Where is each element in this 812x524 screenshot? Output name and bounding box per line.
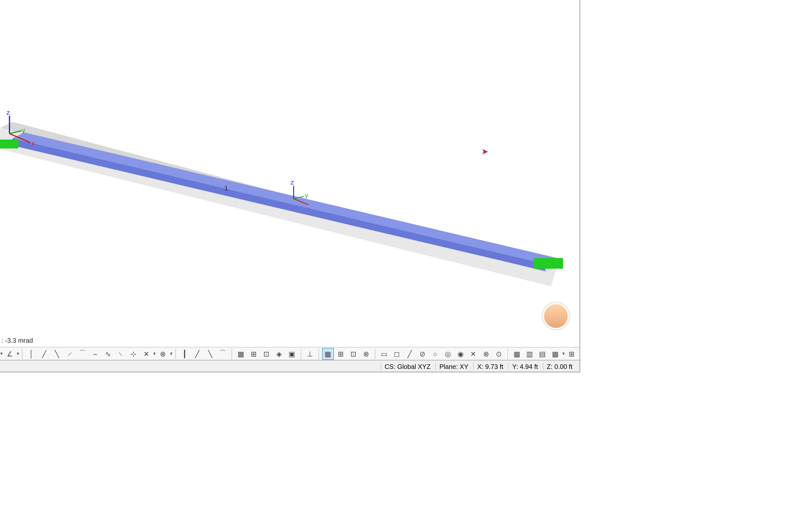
guide1-icon[interactable]: ┃ xyxy=(179,348,190,360)
layout1-icon[interactable]: ▦ xyxy=(511,348,523,360)
draw5-icon[interactable]: ╲ xyxy=(51,348,63,360)
beam-label: 1 xyxy=(224,184,228,192)
mouse-cursor-icon: ➤ xyxy=(481,147,489,156)
plane1-icon[interactable]: ⊥ xyxy=(304,348,316,360)
draw10-icon[interactable]: ⟍ xyxy=(115,348,126,360)
status-y: Y: 4.94 ft xyxy=(508,362,541,370)
statusbar: CS: Global XYZ Plane: XY X: 9.73 ft Y: 4… xyxy=(0,360,579,372)
status-x: X: 9.73 ft xyxy=(473,362,507,370)
tool-t6-icon[interactable]: ◎ xyxy=(442,348,454,360)
view5-icon[interactable]: ▣ xyxy=(286,348,298,360)
tool-t4-icon[interactable]: ⊘ xyxy=(417,348,428,360)
tool-t5-icon[interactable]: ○ xyxy=(429,348,441,360)
axis-triad: Z X Y xyxy=(0,276,0,311)
plane4-icon[interactable]: ⊡ xyxy=(348,348,359,360)
svg-text:z: z xyxy=(291,179,294,186)
user-avatar[interactable] xyxy=(543,303,569,329)
draw8-icon[interactable]: ⌢ xyxy=(89,348,101,360)
guide3-icon[interactable]: ╲ xyxy=(204,348,216,360)
svg-text:y: y xyxy=(22,127,25,134)
beam-model: 1 z y x z y xyxy=(0,104,569,306)
tool-t2-icon[interactable]: ◻ xyxy=(391,348,403,360)
draw11-icon[interactable]: ⊹ xyxy=(128,348,139,360)
svg-marker-2 xyxy=(13,132,557,264)
layout3-icon[interactable]: ▤ xyxy=(537,348,548,360)
guide4-icon[interactable]: ⌒ xyxy=(217,348,229,360)
draw6-icon[interactable]: ⟋ xyxy=(64,348,75,360)
draw3-icon[interactable]: │ xyxy=(26,348,37,360)
draw12-dropdown[interactable]: ✕▾ xyxy=(140,348,156,360)
svg-text:X: X xyxy=(0,303,0,310)
tool-t8-icon[interactable]: ✕ xyxy=(468,348,479,360)
draw7-icon[interactable]: ⌒ xyxy=(77,348,88,360)
svg-marker-3 xyxy=(13,138,545,271)
guide2-icon[interactable]: ╱ xyxy=(191,348,203,360)
ucs-toolbar: ⊹ 1 - Global XYZ ▾ ⊡ ⊞ ◈ ⊕ ⊗ ⊙ ⊘▾ ▦▾ ⊥ ◎… xyxy=(0,347,579,360)
tool-t7-icon[interactable]: ◉ xyxy=(455,348,467,360)
tool-t1-icon[interactable]: ▭ xyxy=(378,348,390,360)
plane2-icon[interactable]: ▦ xyxy=(322,348,334,360)
draw1-dropdown[interactable]: ╱▾ xyxy=(0,348,2,360)
draw4-icon[interactable]: ╱ xyxy=(38,348,50,360)
view1-icon[interactable]: ▦ xyxy=(235,348,247,360)
viewport-3d[interactable]: LC1 - Self-weight Static Analysis Rotati… xyxy=(0,0,579,347)
tool-t3-icon[interactable]: ╱ xyxy=(404,348,416,360)
status-plane: Plane: XY xyxy=(435,362,472,370)
tool-t10-icon[interactable]: ⊙ xyxy=(493,348,505,360)
viewport-minmax: max φᵧ : 3.3 | min φᵧ : -3.3 mrad xyxy=(0,337,33,344)
view4-icon[interactable]: ◈ xyxy=(273,348,285,360)
svg-marker-4 xyxy=(0,140,18,148)
layout2-icon[interactable]: ▥ xyxy=(524,348,536,360)
plane3-icon[interactable]: ⊞ xyxy=(335,348,346,360)
draw2-dropdown[interactable]: ∠▾ xyxy=(4,348,19,360)
view2-icon[interactable]: ⊞ xyxy=(248,348,259,360)
plane5-icon[interactable]: ⊗ xyxy=(360,348,372,360)
layout-dropdown[interactable]: ▦▾ xyxy=(549,348,565,360)
svg-text:z: z xyxy=(6,109,10,116)
draw9-icon[interactable]: ∿ xyxy=(102,348,114,360)
status-z: Z: 0.00 ft xyxy=(542,362,576,370)
layout4-icon[interactable]: ⊞ xyxy=(566,348,577,360)
svg-text:y: y xyxy=(305,192,308,199)
view3-icon[interactable]: ⊡ xyxy=(260,348,272,360)
tool-t9-icon[interactable]: ⊗ xyxy=(480,348,492,360)
draw13-dropdown[interactable]: ⊗▾ xyxy=(157,348,172,360)
svg-text:x: x xyxy=(32,140,35,147)
svg-marker-5 xyxy=(534,258,563,268)
status-cs: CS: Global XYZ xyxy=(380,362,434,370)
